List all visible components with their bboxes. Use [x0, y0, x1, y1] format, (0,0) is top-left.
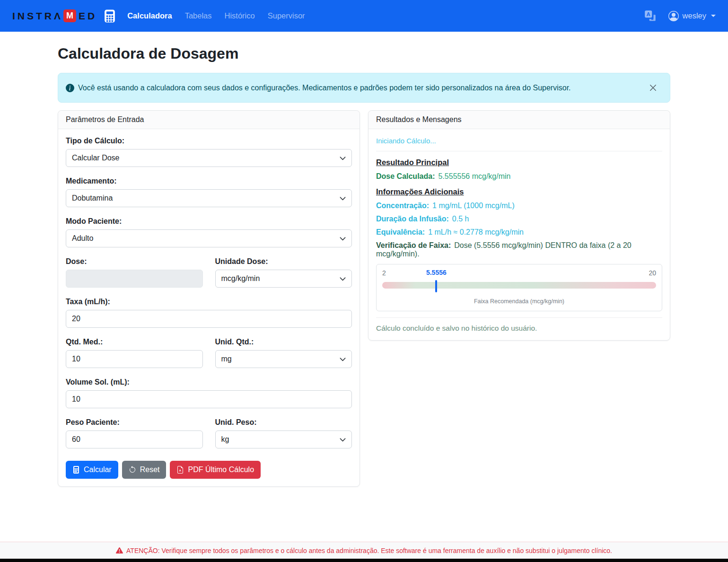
- medication-select[interactable]: Dobutamina: [66, 189, 352, 207]
- chevron-down-icon: [339, 275, 346, 282]
- range-caption: Faixa Recomendada (mcg/kg/min): [382, 298, 656, 305]
- footer-warning: ATENÇÃO: Verifique sempre todos os parâm…: [0, 542, 728, 559]
- reset-button-label: Reset: [140, 465, 160, 474]
- results-card: Resultados e Mensagens Iniciando Cálculo…: [368, 110, 670, 341]
- brand-logo[interactable]: INSTRΛ M ED: [12, 9, 117, 23]
- equivalence-value: 1 mL/h ≈ 0.2778 mcg/kg/min: [428, 228, 524, 236]
- range-check-label: Verificação de Faixa:: [376, 241, 451, 249]
- chevron-down-icon: [339, 195, 346, 202]
- chevron-down-icon: [339, 436, 346, 443]
- person-circle-icon: [668, 11, 679, 21]
- divider: [376, 317, 662, 318]
- translate-icon[interactable]: A: [644, 10, 656, 22]
- volume-input[interactable]: [66, 390, 352, 408]
- equivalence-label: Equivalência:: [376, 228, 425, 236]
- chevron-down-icon: [339, 235, 346, 242]
- qty-unit-label: Unid. Qtd.:: [215, 338, 352, 346]
- nav-item-tabelas[interactable]: Tabelas: [185, 11, 212, 20]
- dose-unit-label: Unidade Dose:: [215, 257, 352, 266]
- range-max-label: 20: [649, 269, 656, 277]
- user-menu[interactable]: wesley: [668, 11, 716, 21]
- reset-icon: [129, 466, 136, 474]
- weight-label: Peso Paciente:: [66, 418, 203, 427]
- divider: [376, 151, 662, 151]
- navbar-right: A wesley: [644, 10, 716, 22]
- calculate-button[interactable]: Calcular: [66, 461, 118, 479]
- dose-calculated-value: 5.555556 mcg/kg/min: [438, 172, 510, 180]
- bottom-strip: [0, 559, 728, 562]
- range-marker-label: 5.5556: [425, 269, 448, 276]
- nav-item-calculadora[interactable]: Calculadora: [127, 11, 172, 20]
- infusion-duration-value: 0.5 h: [452, 215, 469, 223]
- qty-unit-value: mg: [221, 355, 232, 363]
- info-alert-text: Você está usando a calculadora com seus …: [78, 84, 571, 92]
- input-parameters-card: Parâmetros de Entrada Tipo de Cálculo: C…: [58, 110, 360, 487]
- brand-text-left: INSTRΛ: [12, 10, 63, 22]
- calc-type-label: Tipo de Cálculo:: [66, 137, 352, 145]
- reset-button[interactable]: Reset: [122, 461, 167, 479]
- medication-label: Medicamento:: [66, 177, 352, 185]
- calc-type-value: Calcular Dose: [72, 154, 119, 162]
- results-card-title: Resultados e Mensagens: [368, 111, 670, 129]
- rate-label: Taxa (mL/h):: [66, 298, 352, 306]
- qty-label: Qtd. Med.:: [66, 338, 203, 346]
- patient-mode-label: Modo Paciente:: [66, 217, 352, 226]
- status-end-message: Cálculo concluído e salvo no histórico d…: [376, 324, 662, 333]
- concentration-label: Concentração:: [376, 202, 429, 210]
- user-name: wesley: [683, 11, 706, 20]
- main-result-heading: Resultado Principal: [376, 158, 662, 167]
- infusion-duration-label: Duração da Infusão:: [376, 215, 449, 223]
- chevron-down-icon: [339, 356, 346, 363]
- nav-item-supervisor[interactable]: Supervisor: [268, 11, 305, 20]
- caret-down-icon: [711, 15, 716, 17]
- dose-calculated-label: Dose Calculada:: [376, 172, 435, 180]
- rate-input[interactable]: [66, 310, 352, 328]
- volume-label: Volume Sol. (mL):: [66, 378, 352, 386]
- nav-links: Calculadora Tabelas Histórico Supervisor: [127, 11, 305, 20]
- navbar: INSTRΛ M ED Calculadora Tabelas Históric…: [0, 0, 728, 32]
- weight-unit-label: Unid. Peso:: [215, 418, 352, 427]
- info-circle-icon: [66, 84, 74, 92]
- dose-label: Dose:: [66, 257, 203, 266]
- pdf-button-label: PDF Último Cálculo: [188, 465, 254, 474]
- qty-input[interactable]: [66, 350, 203, 368]
- main-content: Calculadora de Dosagem Você está usando …: [58, 32, 670, 542]
- calc-type-select[interactable]: Calcular Dose: [66, 149, 352, 167]
- qty-unit-select[interactable]: mg: [215, 350, 352, 368]
- dose-input: [66, 270, 203, 288]
- warning-triangle-icon: [116, 547, 123, 554]
- nav-item-historico[interactable]: Histórico: [225, 11, 255, 20]
- dose-unit-value: mcg/kg/min: [221, 274, 260, 283]
- weight-input[interactable]: [66, 430, 203, 448]
- footer-warning-text: ATENÇÃO: Verifique sempre todos os parâm…: [126, 547, 612, 554]
- close-icon[interactable]: [644, 81, 662, 94]
- concentration-value: 1 mg/mL (1000 mcg/mL): [432, 202, 515, 210]
- calculator-icon: [72, 466, 80, 474]
- calculate-button-label: Calcular: [84, 465, 112, 474]
- weight-unit-value: kg: [221, 435, 229, 444]
- medication-value: Dobutamina: [72, 194, 113, 202]
- page-title: Calculadora de Dosagem: [58, 45, 670, 62]
- pdf-file-icon: [176, 466, 184, 474]
- recommended-range-box: 2 5.5556 20 Faixa Recomendada (mcg/kg/mi…: [376, 264, 662, 311]
- patient-mode-select[interactable]: Adulto: [66, 229, 352, 247]
- range-marker: [435, 280, 437, 292]
- input-card-title: Parâmetros de Entrada: [58, 111, 360, 129]
- info-alert: Você está usando a calculadora com seus …: [58, 73, 670, 103]
- svg-text:A: A: [646, 11, 650, 17]
- additional-info-heading: Informações Adicionais: [376, 187, 662, 196]
- weight-unit-select[interactable]: kg: [215, 430, 352, 448]
- brand-text-right: ED: [79, 10, 97, 22]
- patient-mode-value: Adulto: [72, 234, 93, 243]
- brand-calculator-icon: [103, 9, 117, 23]
- status-start-message: Iniciando Cálculo...: [376, 137, 662, 145]
- range-track: [382, 282, 656, 289]
- chevron-down-icon: [339, 155, 346, 162]
- dose-unit-select[interactable]: mcg/kg/min: [215, 270, 352, 288]
- range-min-label: 2: [382, 269, 386, 277]
- brand-m-badge: M: [63, 9, 76, 22]
- pdf-button[interactable]: PDF Último Cálculo: [170, 461, 261, 479]
